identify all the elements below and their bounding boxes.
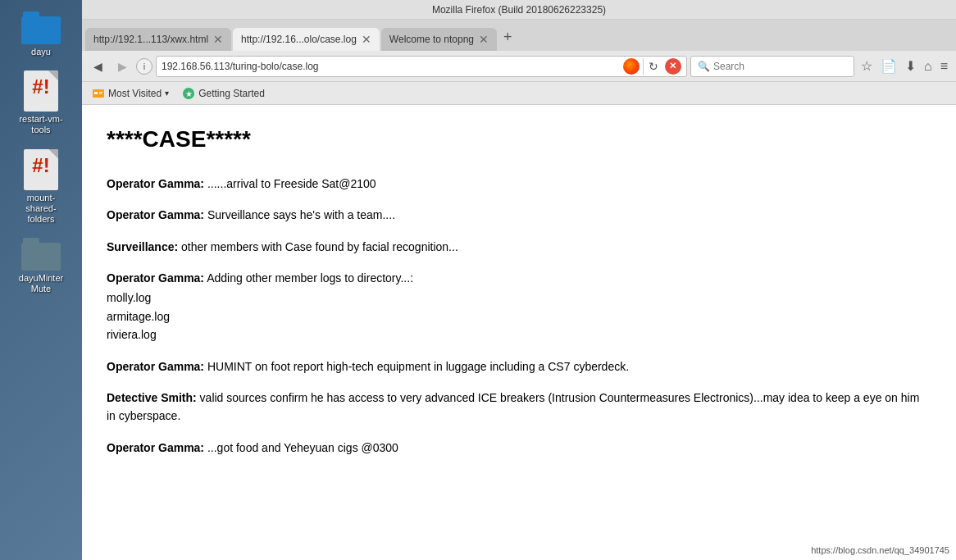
window-title: Mozilla Firefox (Build 20180626223325) <box>432 4 606 16</box>
page-info-button[interactable]: i <box>136 58 153 75</box>
tab-caselog-label: http://192.16...olo/case.log <box>241 34 357 45</box>
svg-rect-3 <box>99 93 102 94</box>
log-file-2: armitage.log <box>107 307 931 326</box>
tab-caselog-close[interactable]: ✕ <box>362 33 371 46</box>
log-entry-5: Operator Gamma: HUMINT on foot report hi… <box>107 357 931 376</box>
url-input[interactable] <box>162 61 620 72</box>
log-entry-7: Operator Gamma: ...got food and Yeheyuan… <box>107 439 931 457</box>
bookmarks-button[interactable]: 📄 <box>877 57 900 75</box>
sidebar-toggle-button[interactable]: ≡ <box>937 57 951 75</box>
desktop-icon-mount-label: mount-shared-folders <box>25 193 56 225</box>
most-visited-arrow: ▾ <box>165 89 169 98</box>
info-icon: i <box>143 61 145 71</box>
tab-xwx[interactable]: http://192.1...113/xwx.html ✕ <box>85 28 231 51</box>
tab-xwx-close[interactable]: ✕ <box>213 33 223 46</box>
desktop-icon-restart-vm-tools[interactable]: #! restart-vm-tools <box>7 67 76 139</box>
bookmark-most-visited[interactable]: Most Visited ▾ <box>89 85 172 102</box>
refresh-button[interactable]: ↻ <box>647 58 660 75</box>
tab-bar: http://192.1...113/xwx.html ✕ http://192… <box>82 20 956 51</box>
log-text-5: HUMINT on foot report high-tech equipmen… <box>204 360 629 373</box>
home-button[interactable]: ⌂ <box>921 57 936 75</box>
log-text-1: ......arrival to Freeside Sat@2100 <box>204 177 376 190</box>
log-entry-2: Operator Gamma: Surveillance says he's w… <box>107 206 931 224</box>
log-entry-3: Surveillance: other members with Case fo… <box>107 238 931 256</box>
status-bar: https://blog.csdn.net/qq_34901745 <box>804 542 956 560</box>
log-label-3: Surveillance: <box>107 240 178 253</box>
page-content: ****CASE***** Operator Gamma: ......arri… <box>82 105 956 560</box>
log-label-1: Operator Gamma: <box>107 177 204 190</box>
log-text-3: other members with Case found by facial … <box>178 240 458 253</box>
nav-action-icons: ☆ 📄 ⬇ ⌂ ≡ <box>858 57 951 75</box>
log-label-7: Operator Gamma: <box>107 441 204 454</box>
bookmark-star-button[interactable]: ☆ <box>858 57 876 75</box>
tab-xwx-label: http://192.1...113/xwx.html <box>93 34 208 45</box>
log-file-3: riviera.log <box>107 326 931 344</box>
tab-ntopng-close[interactable]: ✕ <box>479 33 489 46</box>
bookmarks-bar: Most Visited ▾ ★ Getting Started <box>82 82 956 105</box>
firefox-logo-icon <box>623 58 640 75</box>
log-text-2: Surveillance says he's with a team.... <box>204 208 395 221</box>
desktop-icon-mount-shared-folders[interactable]: #! mount-shared-folders <box>7 146 76 229</box>
getting-started-icon: ★ <box>182 87 195 100</box>
title-bar: Mozilla Firefox (Build 20180626223325) <box>82 0 956 20</box>
download-button[interactable]: ⬇ <box>902 57 919 75</box>
tab-ntopng-label: Welcome to ntopng <box>389 34 474 45</box>
folder-icon-dayumintermute <box>21 238 61 271</box>
log-label-4: Operator Gamma: <box>107 271 204 285</box>
search-icon: 🔍 <box>698 61 710 72</box>
svg-rect-2 <box>99 92 102 93</box>
desktop-icon-dayumintermute-label: dayuMinterMute <box>19 273 63 294</box>
svg-rect-1 <box>94 92 98 94</box>
log-text-7: ...got food and Yeheyuan cigs @0300 <box>204 441 398 454</box>
getting-started-label: Getting Started <box>198 88 265 99</box>
desktop-icon-dayu[interactable]: dayu <box>7 8 76 61</box>
new-tab-button[interactable]: + <box>498 27 517 48</box>
desktop: dayu #! restart-vm-tools #! mount-shared… <box>0 0 82 560</box>
log-entry-1: Operator Gamma: ......arrival to Freesid… <box>107 175 931 193</box>
most-visited-label: Most Visited <box>108 88 162 99</box>
tab-caselog[interactable]: http://192.16...olo/case.log ✕ <box>233 28 380 51</box>
log-label-5: Operator Gamma: <box>107 360 204 373</box>
url-bar[interactable]: ↻ ✕ <box>156 56 687 77</box>
log-label-2: Operator Gamma: <box>107 208 204 221</box>
log-text-6: valid sources confirm he has access to v… <box>107 391 919 422</box>
most-visited-icon <box>92 87 105 100</box>
log-files-4: molly.log armitage.log riviera.log <box>107 289 931 344</box>
log-label-6: Detective Smith: <box>107 391 197 404</box>
blocked-icon: ✕ <box>665 58 681 75</box>
log-file-1: molly.log <box>107 289 931 307</box>
desktop-icon-restart-label: restart-vm-tools <box>19 114 62 135</box>
forward-button[interactable]: ▶ <box>112 56 133 77</box>
log-entry-4: Operator Gamma: Adding other member logs… <box>107 269 931 344</box>
desktop-icon-dayu-label: dayu <box>31 47 51 57</box>
browser-window: Mozilla Firefox (Build 20180626223325) h… <box>82 0 956 560</box>
page-title: ****CASE***** <box>107 121 931 158</box>
search-input[interactable] <box>713 61 847 72</box>
file-icon-restart: #! <box>24 71 58 112</box>
desktop-icon-dayumintermute[interactable]: dayuMinterMute <box>7 234 76 298</box>
nav-bar: ◀ ▶ i ↻ ✕ 🔍 ☆ 📄 ⬇ ⌂ ≡ <box>82 51 956 82</box>
log-text-4: Adding other member logs to directory...… <box>204 271 413 285</box>
tab-ntopng[interactable]: Welcome to ntopng ✕ <box>381 28 497 51</box>
file-icon-mount: #! <box>24 149 58 190</box>
folder-icon-dayu <box>21 11 61 44</box>
bookmark-getting-started[interactable]: ★ Getting Started <box>179 85 268 102</box>
back-button[interactable]: ◀ <box>87 56 108 77</box>
svg-text:★: ★ <box>185 89 193 98</box>
url-divider <box>643 58 644 75</box>
status-url: https://blog.csdn.net/qq_34901745 <box>811 545 949 555</box>
log-entry-6: Detective Smith: valid sources confirm h… <box>107 389 931 426</box>
search-bar[interactable]: 🔍 <box>690 56 854 77</box>
